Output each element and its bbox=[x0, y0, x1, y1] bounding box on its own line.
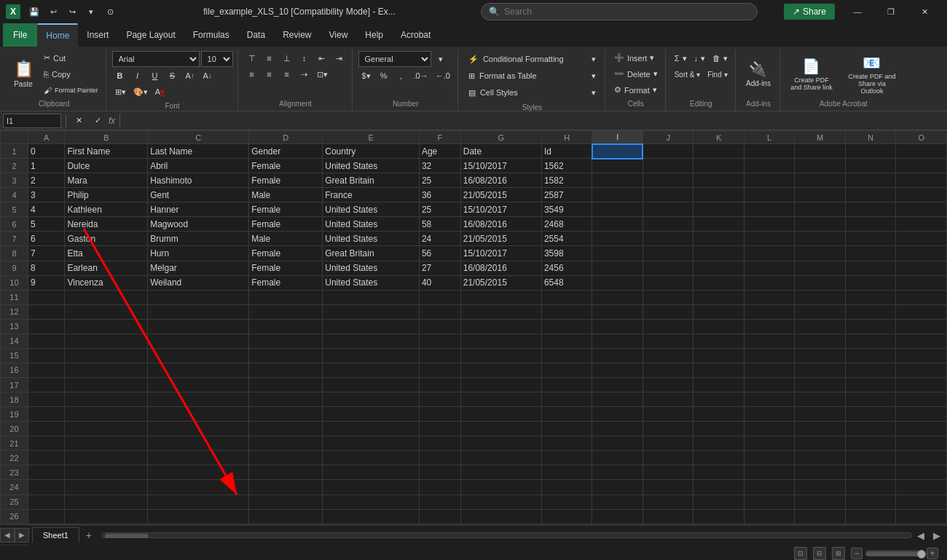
cell-b21[interactable] bbox=[65, 436, 148, 451]
cell-a21[interactable] bbox=[28, 436, 65, 451]
cell-b9[interactable]: Earlean bbox=[65, 261, 148, 275]
cell-b22[interactable] bbox=[65, 451, 148, 465]
clear-button[interactable]: 🗑▾ bbox=[710, 51, 731, 66]
cell-a5[interactable]: 4 bbox=[28, 202, 65, 217]
cell-i20[interactable] bbox=[592, 422, 643, 436]
cell-d21[interactable] bbox=[249, 436, 323, 451]
cell-c8[interactable]: Hurn bbox=[148, 246, 249, 261]
cell-m3[interactable] bbox=[795, 173, 845, 188]
row-num-14[interactable]: 14 bbox=[1, 334, 28, 348]
cell-m19[interactable] bbox=[795, 407, 845, 422]
conditional-formatting-button[interactable]: ⚡ Conditional Formatting ▾ bbox=[464, 51, 600, 67]
cell-h26[interactable] bbox=[541, 509, 592, 524]
cell-l7[interactable] bbox=[744, 232, 794, 246]
cell-k25[interactable] bbox=[693, 494, 744, 509]
cell-f7[interactable]: 24 bbox=[419, 232, 460, 246]
cell-c19[interactable] bbox=[148, 407, 249, 422]
cell-e6[interactable]: United States bbox=[323, 217, 420, 232]
cell-e11[interactable] bbox=[323, 290, 420, 304]
cell-o8[interactable] bbox=[896, 246, 947, 261]
cell-f24[interactable] bbox=[419, 480, 460, 494]
cell-d2[interactable]: Female bbox=[249, 159, 323, 173]
cell-a3[interactable]: 2 bbox=[28, 173, 65, 188]
cell-f17[interactable] bbox=[419, 378, 460, 393]
cell-m15[interactable] bbox=[795, 348, 845, 363]
cell-b18[interactable] bbox=[65, 393, 148, 407]
tab-formulas[interactable]: Formulas bbox=[184, 23, 238, 47]
cell-o22[interactable] bbox=[896, 451, 947, 465]
cell-m12[interactable] bbox=[795, 304, 845, 319]
cell-d26[interactable] bbox=[249, 509, 323, 524]
align-top-button[interactable]: ⊤ bbox=[244, 51, 260, 66]
cell-c21[interactable] bbox=[148, 436, 249, 451]
cell-h7[interactable]: 2554 bbox=[541, 232, 592, 246]
cell-a17[interactable] bbox=[28, 378, 65, 393]
row-num-11[interactable]: 11 bbox=[1, 290, 28, 304]
cell-e26[interactable] bbox=[323, 509, 420, 524]
cell-j14[interactable] bbox=[643, 334, 693, 348]
cell-i22[interactable] bbox=[592, 451, 643, 465]
row-num-8[interactable]: 8 bbox=[1, 246, 28, 261]
cell-l25[interactable] bbox=[744, 494, 794, 509]
indent-increase-button[interactable]: ⇥ bbox=[331, 51, 347, 66]
cell-e24[interactable] bbox=[323, 480, 420, 494]
cell-m21[interactable] bbox=[795, 436, 845, 451]
cell-c5[interactable]: Hanner bbox=[148, 202, 249, 217]
cell-e19[interactable] bbox=[323, 407, 420, 422]
cell-n26[interactable] bbox=[845, 509, 895, 524]
cell-l16[interactable] bbox=[744, 363, 794, 377]
cell-o24[interactable] bbox=[896, 480, 947, 494]
cell-h18[interactable] bbox=[541, 393, 592, 407]
cell-b17[interactable] bbox=[65, 378, 148, 393]
cell-c7[interactable]: Brumm bbox=[148, 232, 249, 246]
col-header-h[interactable]: H bbox=[541, 131, 592, 144]
cell-j21[interactable] bbox=[643, 436, 693, 451]
col-header-d[interactable]: D bbox=[249, 131, 323, 144]
cell-h20[interactable] bbox=[541, 422, 592, 436]
col-header-c[interactable]: C bbox=[148, 131, 249, 144]
cell-d24[interactable] bbox=[249, 480, 323, 494]
find-select-button[interactable]: Find ▾ bbox=[704, 67, 730, 82]
row-num-7[interactable]: 7 bbox=[1, 232, 28, 246]
cell-d14[interactable] bbox=[249, 334, 323, 348]
cell-c22[interactable] bbox=[148, 451, 249, 465]
cell-l9[interactable] bbox=[744, 261, 794, 275]
cell-k15[interactable] bbox=[693, 348, 744, 363]
cell-i10[interactable] bbox=[592, 275, 643, 290]
row-num-18[interactable]: 18 bbox=[1, 393, 28, 407]
cell-b15[interactable] bbox=[65, 348, 148, 363]
tab-file[interactable]: File bbox=[3, 23, 37, 47]
cell-g7[interactable]: 21/05/2015 bbox=[460, 232, 541, 246]
cell-d17[interactable] bbox=[249, 378, 323, 393]
cell-l5[interactable] bbox=[744, 202, 794, 217]
tab-insert[interactable]: Insert bbox=[78, 23, 117, 47]
cell-k2[interactable] bbox=[693, 159, 744, 173]
cell-n7[interactable] bbox=[845, 232, 895, 246]
cell-c4[interactable]: Gent bbox=[148, 188, 249, 202]
cell-a10[interactable]: 9 bbox=[28, 275, 65, 290]
row-num-2[interactable]: 2 bbox=[1, 159, 28, 173]
cell-d5[interactable]: Female bbox=[249, 202, 323, 217]
cell-b20[interactable] bbox=[65, 422, 148, 436]
cell-b23[interactable] bbox=[65, 465, 148, 480]
cell-k4[interactable] bbox=[693, 188, 744, 202]
row-num-24[interactable]: 24 bbox=[1, 480, 28, 494]
cell-m7[interactable] bbox=[795, 232, 845, 246]
autosave-button[interactable]: ⊙ bbox=[102, 4, 118, 20]
cell-g3[interactable]: 16/08/2016 bbox=[460, 173, 541, 188]
normal-view-button[interactable]: ⊡ bbox=[794, 547, 807, 560]
cell-d4[interactable]: Male bbox=[249, 188, 323, 202]
redo-button[interactable]: ↪ bbox=[64, 4, 80, 20]
cell-g10[interactable]: 21/05/2015 bbox=[460, 275, 541, 290]
cell-m20[interactable] bbox=[795, 422, 845, 436]
increase-decimal-button[interactable]: .0→ bbox=[411, 68, 431, 83]
cell-l21[interactable] bbox=[744, 436, 794, 451]
cell-b10[interactable]: Vincenza bbox=[65, 275, 148, 290]
row-num-6[interactable]: 6 bbox=[1, 217, 28, 232]
cell-k18[interactable] bbox=[693, 393, 744, 407]
cell-n21[interactable] bbox=[845, 436, 895, 451]
underline-button[interactable]: U bbox=[147, 68, 163, 83]
col-header-e[interactable]: E bbox=[323, 131, 420, 144]
cell-m5[interactable] bbox=[795, 202, 845, 217]
cell-n12[interactable] bbox=[845, 304, 895, 319]
